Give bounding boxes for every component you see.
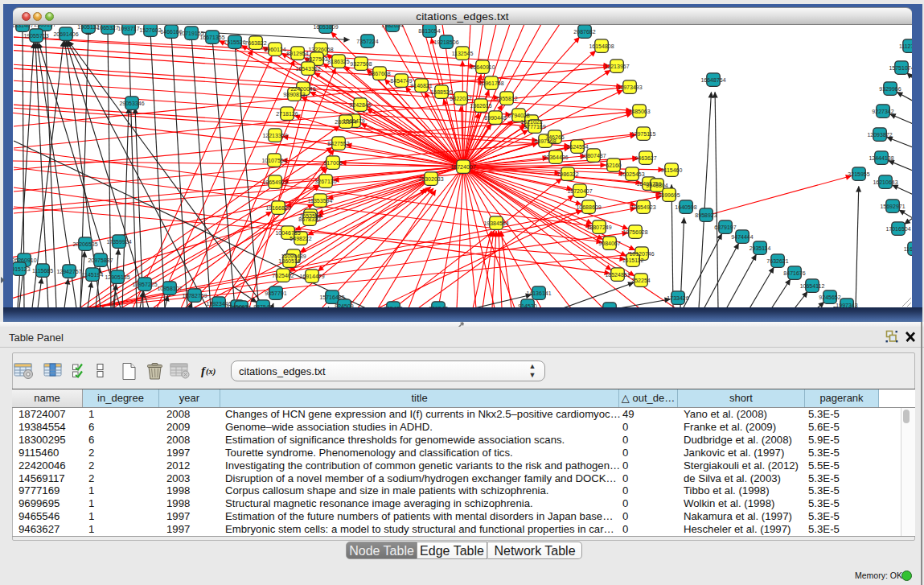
svg-text:16648764: 16648764 <box>700 77 725 83</box>
svg-text:9245652: 9245652 <box>819 295 840 300</box>
svg-text:8678332: 8678332 <box>298 216 320 222</box>
svg-text:10025453: 10025453 <box>619 171 644 177</box>
svg-text:15751074: 15751074 <box>889 65 912 71</box>
svg-text:8186325: 8186325 <box>327 59 349 64</box>
svg-text:746266: 746266 <box>545 134 564 140</box>
svg-text:987542: 987542 <box>253 304 272 307</box>
svg-text:10046785: 10046785 <box>275 230 300 236</box>
svg-text:18807249: 18807249 <box>586 225 611 230</box>
svg-text:9857791: 9857791 <box>265 290 286 296</box>
svg-text:2309197: 2309197 <box>34 25 55 27</box>
svg-text:17016504: 17016504 <box>885 226 910 232</box>
svg-text:8958923: 8958923 <box>695 212 717 218</box>
svg-text:17975115: 17975115 <box>631 131 656 137</box>
svg-text:9327503: 9327503 <box>306 56 327 62</box>
svg-text:16543362: 16543362 <box>295 66 320 72</box>
svg-text:16671355: 16671355 <box>199 35 224 40</box>
svg-text:1112765: 1112765 <box>899 43 912 49</box>
svg-text:7632621: 7632621 <box>766 258 788 264</box>
svg-text:16782759: 16782759 <box>182 293 207 299</box>
svg-text:105482: 105482 <box>384 306 402 307</box>
svg-text:1167533: 1167533 <box>904 246 912 252</box>
svg-text:2867608: 2867608 <box>368 71 390 76</box>
svg-text:2803144: 2803144 <box>335 119 356 125</box>
svg-text:20364436: 20364436 <box>543 154 568 160</box>
svg-text:6879197: 6879197 <box>714 225 736 230</box>
svg-text:8912954: 8912954 <box>286 51 308 56</box>
svg-text:1145194: 1145194 <box>82 272 104 278</box>
svg-text:20975887: 20975887 <box>88 257 113 263</box>
svg-text:17359924: 17359924 <box>106 239 131 245</box>
svg-text:11353594: 11353594 <box>308 198 333 204</box>
svg-text:10807487: 10807487 <box>581 153 606 159</box>
svg-text:1982654: 1982654 <box>381 25 403 28</box>
svg-text:8990448: 8990448 <box>484 115 506 121</box>
svg-text:6794028: 6794028 <box>507 113 529 118</box>
svg-text:1065327: 1065327 <box>97 25 118 31</box>
svg-text:22420046: 22420046 <box>290 86 315 92</box>
svg-text:914530: 914530 <box>518 303 536 307</box>
svg-text:9463627: 9463627 <box>634 155 656 161</box>
svg-text:252254: 252254 <box>631 278 650 283</box>
svg-text:209547: 209547 <box>429 306 447 307</box>
svg-text:3267130: 3267130 <box>314 179 336 184</box>
svg-text:(x): (x) <box>206 367 216 377</box>
svg-text:19384554: 19384554 <box>483 220 508 226</box>
svg-text:29053346: 29053346 <box>119 101 144 106</box>
svg-text:7986322: 7986322 <box>556 171 578 177</box>
svg-text:14136141: 14136141 <box>526 290 551 296</box>
svg-text:9777169: 9777169 <box>524 124 545 130</box>
svg-text:16640910: 16640910 <box>470 64 495 70</box>
svg-text:15716485: 15716485 <box>319 295 344 300</box>
svg-text:8960124: 8960124 <box>264 47 285 52</box>
svg-text:10961758: 10961758 <box>478 80 503 86</box>
svg-text:15692971: 15692971 <box>880 204 905 209</box>
svg-text:220514: 220514 <box>600 307 618 307</box>
svg-text:8813054: 8813054 <box>418 28 440 34</box>
svg-text:10107554: 10107554 <box>261 158 286 163</box>
svg-text:25302033: 25302033 <box>418 176 443 182</box>
svg-text:20206535: 20206535 <box>72 241 97 247</box>
svg-text:19166829: 19166829 <box>265 205 290 211</box>
svg-text:12444138: 12444138 <box>869 155 893 161</box>
svg-text:9227342: 9227342 <box>872 109 893 114</box>
svg-text:10654112: 10654112 <box>800 283 825 289</box>
svg-text:1615112: 1615112 <box>622 257 644 263</box>
svg-text:9084067: 9084067 <box>598 241 620 246</box>
svg-text:16914479: 16914479 <box>299 274 324 279</box>
svg-text:5322037: 5322037 <box>450 96 471 101</box>
svg-text:9474444: 9474444 <box>731 234 753 240</box>
svg-text:3624554: 3624554 <box>566 144 588 150</box>
svg-text:824509: 824509 <box>335 303 353 307</box>
svg-text:8427552: 8427552 <box>327 141 349 146</box>
svg-text:9890813: 9890813 <box>283 92 305 97</box>
svg-text:9699695: 9699695 <box>658 192 680 198</box>
svg-text:7625402: 7625402 <box>272 273 294 278</box>
svg-text:19654923: 19654923 <box>630 204 655 210</box>
svg-text:1115685: 1115685 <box>32 268 53 274</box>
svg-text:7485063: 7485063 <box>628 109 650 114</box>
svg-text:1860516: 1860516 <box>278 258 300 264</box>
svg-text:15720407: 15720407 <box>567 188 592 194</box>
svg-text:9146821: 9146821 <box>410 83 432 89</box>
svg-text:1527602: 1527602 <box>139 27 161 33</box>
svg-text:19055713: 19055713 <box>23 33 48 39</box>
svg-text:12093872: 12093872 <box>867 132 892 138</box>
svg-text:10120746: 10120746 <box>629 251 654 257</box>
svg-text:18524851: 18524851 <box>605 272 630 278</box>
svg-text:26260910: 26260910 <box>13 257 37 263</box>
svg-text:2087682: 2087682 <box>573 29 595 35</box>
svg-text:9115460: 9115460 <box>661 167 683 173</box>
svg-text:5498222: 5498222 <box>290 236 311 241</box>
svg-text:16210643: 16210643 <box>873 179 897 185</box>
svg-text:1997343: 1997343 <box>836 303 857 307</box>
svg-text:1132545: 1132545 <box>452 51 474 56</box>
svg-text:9329966: 9329966 <box>879 86 901 92</box>
svg-text:12905135: 12905135 <box>105 274 129 280</box>
svg-text:16053809: 16053809 <box>313 25 338 30</box>
svg-text:10688609: 10688609 <box>576 204 601 210</box>
svg-text:10973493: 10973493 <box>617 84 642 90</box>
svg-text:2718126: 2718126 <box>276 111 298 117</box>
svg-text:13226058: 13226058 <box>308 47 333 52</box>
svg-text:1362615: 1362615 <box>470 103 491 109</box>
